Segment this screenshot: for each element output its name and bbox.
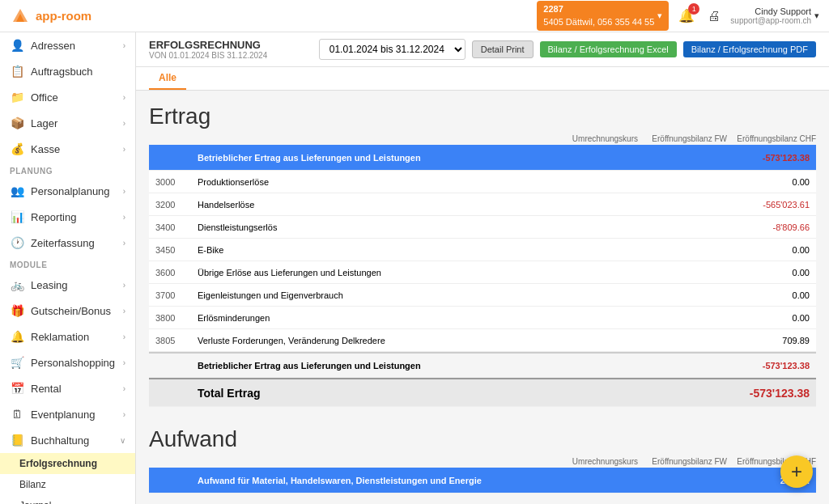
sidebar-item-reporting[interactable]: 📊 Reporting ›	[0, 204, 135, 230]
row-code-3400: 3400	[149, 219, 191, 235]
sidebar-item-leasing[interactable]: 🚲 Leasing ›	[0, 272, 135, 298]
reklamation-arrow: ›	[123, 332, 125, 341]
aufwand-col-fw: Eröffnungsbilanz FW	[638, 457, 727, 466]
table-row: 3600 Übrige Erlöse aus Lieferungen und L…	[149, 261, 816, 284]
table-row: 3000 Produktionserlöse 0.00	[149, 171, 816, 193]
sidebar-item-zeiterfassung[interactable]: 🕐 Zeiterfassung ›	[0, 230, 135, 256]
table-row: 3805 Verluste Forderungen, Veränderung D…	[149, 329, 816, 352]
summary-fw	[654, 362, 727, 369]
personalplanung-arrow: ›	[123, 187, 125, 196]
sidebar-item-buchhaltung[interactable]: 📒 Buchhaltung ∨	[0, 427, 135, 453]
tabs-bar: Alle	[136, 67, 829, 91]
kasse-icon: 💰	[10, 142, 24, 155]
sidebar-item-personalplanung[interactable]: 👥 Personalplanung ›	[0, 178, 135, 204]
reporting-arrow: ›	[123, 213, 125, 222]
row-fw-3000	[654, 179, 727, 185]
location-badge[interactable]: 2287 5405 Dättwil, 056 355 44 55 ▾	[537, 1, 669, 31]
row-kurs-3700	[581, 292, 654, 299]
content-area: ERFOLGSRECHNUNG VON 01.01.2024 BIS 31.12…	[136, 32, 829, 504]
summary-kurs	[581, 362, 654, 369]
auftragsbuch-icon: 📋	[10, 65, 24, 78]
zeiterfassung-icon: 🕐	[10, 236, 24, 249]
sidebar-item-gutschein[interactable]: 🎁 Gutschein/Bonus ›	[0, 298, 135, 324]
sidebar-label-personalplanung: Personalplanung	[31, 185, 117, 197]
row-kurs-3600	[581, 269, 654, 276]
table-row: 3400 Dienstleistungserlös -8'809.66	[149, 216, 816, 239]
total-kurs	[581, 390, 654, 396]
row-fw-3805	[654, 337, 727, 344]
sidebar-item-kasse[interactable]: 💰 Kasse ›	[0, 136, 135, 162]
sidebar-sub-erfolgsrechnung[interactable]: Erfolgsrechnung	[0, 453, 135, 474]
date-range-select[interactable]: 01.01.2024 bis 31.12.2024	[319, 39, 466, 60]
location-address: 5405 Dättwil, 056 355 44 55	[543, 16, 654, 28]
ertrag-header-row: Betrieblicher Ertrag aus Lieferungen und…	[149, 145, 816, 171]
sidebar-item-lager[interactable]: 📦 Lager ›	[0, 110, 135, 136]
adressen-arrow: ›	[123, 41, 125, 50]
ertrag-header-chf: -573'123.38	[727, 150, 816, 166]
row-kurs-3450	[581, 247, 654, 253]
row-label-3450: E-Bike	[191, 242, 581, 258]
sidebar-label-adressen: Adressen	[31, 40, 117, 52]
rental-icon: 📅	[10, 382, 24, 395]
detail-print-button[interactable]: Detail Print	[472, 40, 534, 58]
ertrag-header-fw	[654, 155, 727, 161]
section-planung: PLANUNG	[0, 162, 135, 178]
sidebar: 👤 Adressen › 📋 Auftragsbuch 📁 Office › 📦…	[0, 32, 136, 504]
row-code-3000: 3000	[149, 174, 191, 190]
sidebar-item-personalshopping[interactable]: 🛒 Personalshopping ›	[0, 349, 135, 375]
buchhaltung-icon: 📒	[10, 434, 24, 447]
total-code	[149, 390, 191, 396]
aufwand-col-kurs: Umrechnungskurs	[549, 457, 638, 466]
location-id-name: 2287	[543, 3, 654, 15]
row-chf-3200: -565'023.61	[727, 197, 816, 213]
row-chf-3400: -8'809.66	[727, 219, 816, 235]
top-right-area: 2287 5405 Dättwil, 056 355 44 55 ▾ 🔔 1 🖨…	[537, 1, 819, 31]
sidebar-item-rental[interactable]: 📅 Rental ›	[0, 375, 135, 401]
excel-button[interactable]: Bilanz / Erfolgsrechnung Excel	[540, 41, 677, 57]
row-label-3700: Eigenleistungen und Eigenverbrauch	[191, 287, 581, 303]
sidebar-item-reklamation[interactable]: 🔔 Reklamation ›	[0, 324, 135, 349]
pdf-button[interactable]: Bilanz / Erfolgsrechnung PDF	[683, 41, 816, 57]
sidebar-sub-journal[interactable]: Journal	[0, 495, 135, 504]
notifications-button[interactable]: 🔔 1	[675, 5, 698, 27]
header-row-code	[149, 155, 191, 161]
eventplanung-icon: 🗓	[10, 408, 24, 421]
sidebar-label-office: Office	[31, 91, 117, 104]
aufwand-header-kurs	[581, 477, 654, 484]
row-label-3800: Erlösminderungen	[191, 310, 581, 326]
sidebar-label-kasse: Kasse	[31, 143, 117, 155]
row-kurs-3200	[581, 201, 654, 208]
sidebar-item-auftragsbuch[interactable]: 📋 Auftragsbuch	[0, 58, 135, 84]
row-code-3805: 3805	[149, 332, 191, 349]
print-button[interactable]: 🖨	[704, 6, 724, 27]
fab-add-button[interactable]: +	[780, 455, 813, 488]
sidebar-label-rental: Rental	[31, 383, 117, 395]
sidebar-item-office[interactable]: 📁 Office ›	[0, 84, 135, 110]
sidebar-sub-bilanz[interactable]: Bilanz	[0, 474, 135, 495]
notification-count: 1	[688, 3, 699, 15]
tab-alle[interactable]: Alle	[149, 67, 186, 90]
row-fw-3450	[654, 247, 727, 253]
aufwand-heading: Aufwand	[149, 426, 816, 452]
sidebar-item-eventplanung[interactable]: 🗓 Eventplanung ›	[0, 401, 135, 427]
summary-code	[149, 362, 191, 369]
table-row: 3800 Erlösminderungen 0.00	[149, 307, 816, 329]
content-header: ERFOLGSRECHNUNG VON 01.01.2024 BIS 31.12…	[136, 32, 829, 67]
reklamation-icon: 🔔	[10, 330, 24, 343]
row-label-3200: Handelserlöse	[191, 197, 581, 213]
user-info[interactable]: Cindy Support support@app-room.ch ▾	[730, 6, 819, 25]
row-code-3700: 3700	[149, 287, 191, 303]
office-icon: 📁	[10, 91, 24, 104]
col-headers-ertrag: Umrechnungskurs Eröffnungsbilanz FW Eröf…	[149, 133, 816, 145]
page-title: ERFOLGSRECHNUNG	[149, 39, 312, 51]
table-row: 3700 Eigenleistungen und Eigenverbrauch …	[149, 284, 816, 307]
summary-chf: -573'123.38	[727, 358, 816, 374]
page-title-block: ERFOLGSRECHNUNG VON 01.01.2024 BIS 31.12…	[149, 39, 312, 60]
sidebar-item-adressen[interactable]: 👤 Adressen ›	[0, 32, 135, 58]
personalplanung-icon: 👥	[10, 184, 24, 197]
ertrag-header-label: Betrieblicher Ertrag aus Lieferungen und…	[191, 150, 581, 166]
row-kurs-3400	[581, 224, 654, 231]
app-name: app-room	[36, 9, 91, 23]
zeiterfassung-arrow: ›	[123, 239, 125, 248]
row-chf-3805: 709.89	[727, 332, 816, 349]
